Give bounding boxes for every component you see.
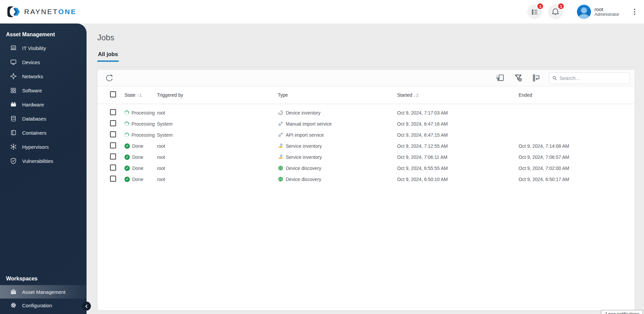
brand-logo-icon bbox=[7, 6, 21, 18]
table-body: Processing root Device inventory Oct 9, … bbox=[98, 104, 635, 185]
sidebar: Asset Management IT Visibility Devices N… bbox=[0, 24, 87, 314]
search-icon bbox=[552, 75, 557, 81]
clear-filter-button[interactable] bbox=[513, 72, 524, 84]
it-visibility-icon bbox=[10, 45, 17, 51]
table-row[interactable]: Processing System API import service Oct… bbox=[98, 129, 635, 140]
refresh-button[interactable] bbox=[104, 72, 115, 84]
sidebar-item-label: Hypervisors bbox=[22, 144, 49, 150]
row-checkbox[interactable] bbox=[110, 109, 116, 115]
column-header-state[interactable]: State ↑1 bbox=[124, 92, 157, 98]
row-checkbox[interactable] bbox=[110, 176, 116, 182]
done-check-icon bbox=[124, 166, 130, 171]
databases-icon bbox=[10, 115, 17, 122]
sidebar-item-vulnerabilities[interactable]: Vulnerabilities bbox=[0, 154, 87, 168]
sidebar-item-networks[interactable]: Networks bbox=[0, 69, 87, 83]
device-discovery-icon bbox=[278, 176, 283, 182]
kebab-menu-icon[interactable] bbox=[634, 9, 635, 15]
workspaces-section: Workspaces Asset Management Configuratio… bbox=[0, 268, 87, 312]
refresh-icon bbox=[105, 74, 114, 82]
processing-spinner-icon bbox=[123, 121, 130, 127]
row-checkbox[interactable] bbox=[110, 142, 116, 148]
export-filter-button[interactable] bbox=[494, 72, 506, 84]
sidebar-item-hypervisors[interactable]: Hypervisors bbox=[0, 140, 87, 154]
user-role: Administrator bbox=[594, 12, 619, 17]
software-icon bbox=[10, 87, 17, 94]
user-info[interactable]: root Administrator bbox=[594, 6, 619, 17]
devices-icon bbox=[10, 59, 17, 65]
column-header-started[interactable]: Started ↓2 bbox=[397, 92, 519, 98]
table-row[interactable]: Processing System Manual import service … bbox=[98, 118, 635, 129]
sidebar-item-label: Containers bbox=[22, 130, 47, 136]
table-row[interactable]: Done root Device discovery Oct 9, 2024, … bbox=[98, 163, 635, 174]
workspaces-title: Workspaces bbox=[0, 268, 87, 285]
task-list-icon bbox=[531, 8, 539, 16]
workspace-item-label: Asset Management bbox=[22, 289, 65, 295]
tab-all-jobs[interactable]: All jobs bbox=[97, 51, 119, 62]
workspace-item-configuration[interactable]: Configuration bbox=[0, 299, 87, 312]
sidebar-item-it-visibility[interactable]: IT Visibility bbox=[0, 41, 87, 55]
notification-toast[interactable]: 2 new notifications bbox=[601, 310, 643, 314]
sidebar-item-label: Networks bbox=[22, 74, 43, 79]
sidebar-item-label: Databases bbox=[22, 116, 46, 122]
main-content: Jobs All jobs bbox=[87, 24, 644, 314]
column-header-triggered-by[interactable]: Triggered by bbox=[157, 92, 278, 98]
sidebar-item-label: Vulnerabilities bbox=[22, 158, 53, 164]
task-list-badge: 1 bbox=[537, 3, 544, 10]
topbar: RAYNETONE 1 1 root A bbox=[0, 0, 644, 24]
networks-icon bbox=[10, 73, 17, 80]
sidebar-item-databases[interactable]: Databases bbox=[0, 111, 87, 126]
table-header: State ↑1 Triggered by Type Started ↓2 En… bbox=[98, 86, 635, 104]
clear-filter-icon bbox=[514, 74, 523, 82]
row-checkbox[interactable] bbox=[110, 131, 116, 137]
column-header-ended[interactable]: Ended bbox=[519, 92, 635, 98]
sidebar-item-label: IT Visibility bbox=[22, 45, 46, 51]
tabs-bar: All jobs bbox=[97, 51, 635, 62]
user-avatar[interactable] bbox=[577, 5, 591, 19]
sidebar-item-containers[interactable]: Containers bbox=[0, 126, 87, 140]
gear-icon bbox=[10, 302, 17, 309]
sidebar-collapse-button[interactable] bbox=[82, 302, 91, 311]
table-row[interactable]: Done root Device discovery Oct 9, 2024, … bbox=[98, 174, 635, 185]
processing-spinner-icon bbox=[123, 132, 130, 138]
device-discovery-icon bbox=[278, 165, 283, 171]
row-checkbox[interactable] bbox=[110, 153, 116, 160]
table-row[interactable]: Processing root Device inventory Oct 9, … bbox=[98, 107, 635, 118]
row-checkbox[interactable] bbox=[110, 165, 116, 171]
sidebar-item-software[interactable]: Software bbox=[0, 83, 87, 97]
page-title: Jobs bbox=[97, 33, 635, 42]
column-chooser-button[interactable] bbox=[531, 72, 542, 84]
containers-icon bbox=[10, 129, 17, 136]
sidebar-item-label: Devices bbox=[22, 59, 40, 65]
notification-toast-clip: 2 new notifications bbox=[601, 310, 643, 314]
task-list-button[interactable]: 1 bbox=[527, 4, 542, 19]
sidebar-item-label: Software bbox=[22, 88, 42, 93]
search-box bbox=[549, 72, 630, 84]
workspace-item-label: Configuration bbox=[22, 303, 52, 308]
workspace-item-asset-management[interactable]: Asset Management bbox=[0, 285, 87, 299]
export-filter-icon bbox=[496, 74, 504, 82]
notifications-button[interactable]: 1 bbox=[548, 4, 563, 19]
briefcase-icon bbox=[10, 288, 17, 295]
service-inventory-icon bbox=[278, 154, 283, 160]
sidebar-item-hardware[interactable]: Hardware bbox=[0, 97, 87, 111]
done-check-icon bbox=[124, 154, 130, 160]
table-row[interactable]: Done root Service inventory Oct 9, 2024,… bbox=[98, 151, 635, 163]
jobs-card: State ↑1 Triggered by Type Started ↓2 En… bbox=[97, 70, 635, 311]
column-header-type[interactable]: Type bbox=[278, 92, 397, 98]
brand-name: RAYNETONE bbox=[24, 8, 76, 16]
notifications-badge: 1 bbox=[557, 3, 565, 10]
user-name: root bbox=[594, 6, 619, 12]
sidebar-section-title: Asset Management bbox=[0, 24, 87, 41]
tabs-divider bbox=[97, 67, 635, 67]
search-input[interactable] bbox=[559, 75, 626, 81]
brand-logo[interactable]: RAYNETONE bbox=[7, 6, 76, 18]
row-checkbox[interactable] bbox=[110, 120, 116, 126]
vulnerabilities-icon bbox=[10, 158, 17, 164]
table-row[interactable]: Done root Service inventory Oct 9, 2024,… bbox=[98, 140, 635, 151]
hardware-icon bbox=[10, 101, 17, 108]
sidebar-item-devices[interactable]: Devices bbox=[0, 55, 87, 69]
service-inventory-icon bbox=[278, 143, 283, 149]
select-all-checkbox[interactable] bbox=[110, 91, 116, 97]
column-chooser-icon bbox=[532, 74, 541, 82]
sort-indicator: ↑1 bbox=[137, 93, 142, 98]
